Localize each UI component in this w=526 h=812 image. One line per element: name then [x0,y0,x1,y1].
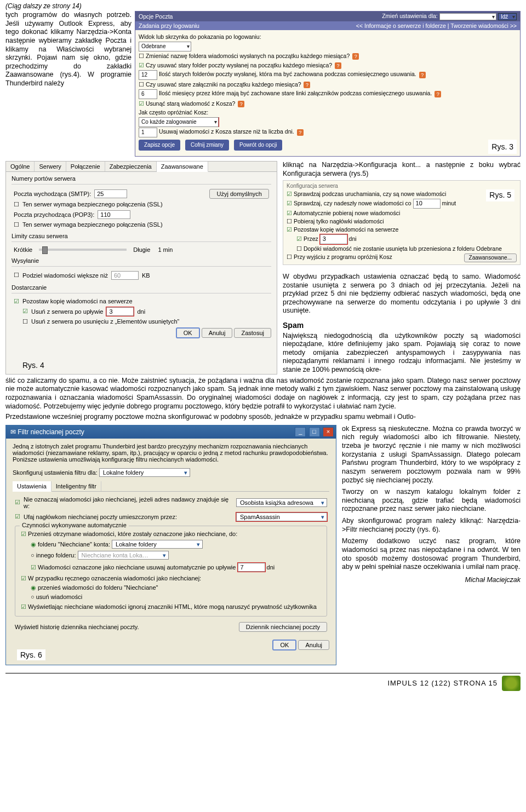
pop-port-input[interactable]: 110 [98,210,130,219]
auto-download[interactable] [287,210,293,216]
empty-freq-label: Jak często opróżniać Kosz: [139,109,208,116]
cancel-button[interactable]: Anuluj [202,328,233,338]
empty-trash-check[interactable] [139,100,146,107]
spamassassin-select[interactable]: SpamAssassin [236,512,327,521]
bottom-right-text: ok Express są nieskuteczne. Można co pra… [342,425,521,572]
mid-right-para: W obydwu przypadkach ustawienia oznaczać… [283,273,521,315]
trust-headers-check[interactable] [15,513,20,520]
mid-right-intro: kliknąć na Narzędzia->Konfiguracja kont.… [283,161,521,178]
remove-deleted-check[interactable] [22,318,28,325]
addressbook-select[interactable]: Osobista książka adresowa [236,498,327,507]
author: Michał Maciejczak [342,576,521,585]
help-icon[interactable]: ? [335,62,341,69]
help-icon[interactable]: ? [352,53,359,60]
empty-trash-exit[interactable] [287,254,294,260]
for-days-input[interactable]: 3 [320,234,347,244]
tab-advanced[interactable]: Zaawansowane [157,162,208,172]
help-icon[interactable]: ? [304,82,310,88]
advanced-button[interactable]: Zaawansowane... [464,254,517,263]
options-subtitle-left: Zadania przy logowaniu [139,22,199,29]
help-icon[interactable]: ? [434,91,441,97]
timeout-slider[interactable] [39,249,127,251]
ssl-smtp-check[interactable] [14,201,19,208]
options-subtitle-right[interactable]: << Informacje o serwerze i folderze | Tw… [356,22,517,29]
auto-actions-legend: Czynności wykonywane automatycznie [20,522,129,528]
undo-button[interactable]: Cofnij zmiany [185,140,229,151]
delete-old-attach-check[interactable] [139,81,146,88]
close-icon[interactable]: × [323,427,334,437]
continuation-line: (Ciąg dalszy ze strony 14) [5,2,521,10]
leave-copy-check[interactable] [14,298,19,305]
rename-folder-check[interactable] [139,53,146,59]
junk-cancel-button[interactable]: Anuluj [298,640,329,650]
options-panel-rys3: Opcje Poczta Zmień ustawienia dla: Choos… [135,11,521,157]
move-junk-check[interactable] [21,531,28,537]
delete-old-sent-check[interactable] [139,62,146,68]
junk-account-select[interactable]: Lokalne foldery [112,540,203,549]
check-on-start[interactable] [287,191,294,197]
long-label: Długie [133,246,150,253]
footer-text: IMPULS 12 (122) STRONA 15 [387,679,498,687]
junk-log-button[interactable]: Dziennik niechcianej poczty [239,622,327,632]
smtp-port-input[interactable]: 25 [94,189,127,198]
spam-heading: Spam [283,321,521,331]
panel5-header: Konfiguracja serwera [287,183,517,190]
minimize-icon[interactable]: _ [295,427,306,437]
apply-button[interactable]: Zastosuj [234,328,271,338]
tab-settings[interactable]: Ustawienia [13,481,52,492]
short-label: Krótkie [14,246,32,253]
trash-days[interactable]: 1 [139,128,157,137]
configure-for-select[interactable]: Lokalne foldery [99,468,190,477]
help-icon[interactable]: ? [419,72,426,78]
help-icon[interactable]: ? [238,101,244,107]
auto-delete-check[interactable] [31,564,38,571]
ignore-html-check[interactable] [21,603,28,610]
rys5-label: Rys. 5 [486,189,514,201]
ports-section: Numery portów serwera [6,172,277,183]
until-moved[interactable] [296,245,304,252]
back-button[interactable]: Powrót do opcji [234,140,282,151]
spam-para1: Największą niedogodnością dla użytkownik… [283,332,521,375]
remove-days-input[interactable]: 3 [106,307,134,316]
whitelist-check[interactable] [15,499,20,506]
old-folders-count[interactable]: 12 [139,70,157,80]
other-folder-radio[interactable] [31,552,36,558]
empty-freq-select[interactable]: Co każde zalogowanie [139,117,219,127]
footer-logo [502,676,521,691]
tab-intelligent[interactable]: Inteligentny filtr [52,481,101,491]
remove-after-check[interactable] [22,308,28,315]
save-options-button[interactable]: Zapisz opcje [139,140,180,151]
headers-only[interactable] [287,218,294,224]
delete-radio[interactable] [31,594,36,600]
manual-mark-check[interactable] [21,575,28,581]
leave-copy-tb[interactable] [287,226,294,233]
configure-for-label: Skonfiguruj ustawienia filtru dla: [13,469,98,476]
go-button[interactable]: Idź [498,13,517,20]
check-every[interactable] [287,200,294,206]
junk-folder-radio[interactable] [31,541,38,548]
app-select[interactable]: Choose Application: [439,13,496,20]
inbox-select[interactable]: Odebrane [139,42,191,51]
timeout-value: 1 min [158,246,173,253]
tab-connection[interactable]: Połączenie [66,162,105,171]
move-to-junk-radio[interactable] [31,584,38,591]
maximize-icon[interactable]: □ [309,427,320,437]
other-folder-select[interactable]: Niechciane konta Loka… [78,551,169,560]
tab-security[interactable]: Zabezpieczenia [105,162,157,171]
rys4-label: Rys. 4 [22,361,44,370]
auto-delete-days[interactable]: 7 [238,563,265,572]
help-icon[interactable]: ? [297,129,304,136]
send-section: Wysyłanie [6,254,277,265]
use-defaults-button[interactable]: Użyj domyślnych [209,189,269,199]
split-check[interactable] [14,272,19,279]
tab-servers[interactable]: Serwery [35,162,66,171]
split-size[interactable]: 60 [111,271,139,280]
attach-months[interactable]: 6 [139,89,157,99]
dialog-desc: Jedną z istotnych zalet programu Thunder… [13,443,329,463]
tab-general[interactable]: Ogólne [6,162,35,171]
ok-button[interactable]: OK [176,327,200,338]
check-minutes[interactable]: 10 [413,199,441,209]
ssl-pop-check[interactable] [14,221,19,228]
junk-ok-button[interactable]: OK [272,640,296,650]
for-days[interactable] [296,235,304,242]
